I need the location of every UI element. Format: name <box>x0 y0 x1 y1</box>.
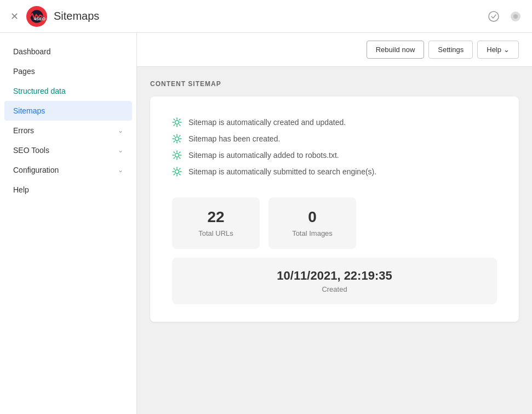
status-icon-2 <box>172 150 182 160</box>
status-text-3: Sitemap is automatically submitted to se… <box>188 167 376 176</box>
svg-line-28 <box>174 152 175 153</box>
created-label: Created <box>194 285 475 293</box>
status-item-1: Sitemap has been created. <box>172 131 497 147</box>
status-text-2: Sitemap is automatically added to robots… <box>188 151 339 160</box>
status-item-2: Sitemap is automatically added to robots… <box>172 147 497 163</box>
help-button[interactable]: Help ⌄ <box>477 41 519 59</box>
svg-line-31 <box>174 157 175 158</box>
status-list: Sitemap is automatically created and upd… <box>172 114 497 180</box>
svg-line-20 <box>179 141 180 142</box>
svg-point-5 <box>175 121 179 124</box>
svg-point-14 <box>175 137 179 141</box>
header: ✕ 4SEO Sitemaps <box>0 0 532 33</box>
svg-line-11 <box>179 124 180 126</box>
svg-line-12 <box>179 119 180 120</box>
svg-line-21 <box>179 135 180 137</box>
sidebar-item-structured-data[interactable]: Structured data <box>0 81 136 101</box>
header-icons <box>486 9 523 24</box>
logo-container: 4SEO <box>26 6 47 27</box>
svg-line-38 <box>179 174 180 175</box>
app-title: Sitemaps <box>54 10 99 22</box>
rebuild-now-button[interactable]: Rebuild now <box>367 41 425 59</box>
status-icon-1 <box>172 134 182 144</box>
errors-chevron-icon: ⌄ <box>118 127 123 134</box>
status-item-3: Sitemap is automatically submitted to se… <box>172 163 497 180</box>
sidebar-item-seo-tools[interactable]: SEO Tools ⌄ <box>0 140 136 160</box>
app-logo: 4SEO <box>26 6 47 27</box>
svg-line-37 <box>174 168 175 169</box>
status-item-0: Sitemap is automatically created and upd… <box>172 114 497 131</box>
status-icon-3 <box>172 167 182 177</box>
section-title: CONTENT SITEMAP <box>150 80 519 88</box>
svg-line-29 <box>179 157 180 158</box>
sidebar: Dashboard Pages Structured data Sitemaps… <box>0 33 137 414</box>
created-date: 10/11/2021, 22:19:35 <box>194 269 475 283</box>
help-chevron-icon: ⌄ <box>504 46 510 54</box>
body-layout: Dashboard Pages Structured data Sitemaps… <box>0 33 532 414</box>
stats-row: 22 Total URLs 0 Total Images <box>172 197 497 249</box>
close-icon[interactable]: ✕ <box>9 11 20 22</box>
stat-card-images: 0 Total Images <box>268 197 356 249</box>
sidebar-item-help[interactable]: Help <box>0 180 136 200</box>
svg-point-4 <box>513 14 518 19</box>
check-circle-icon[interactable] <box>486 9 501 24</box>
sidebar-item-configuration[interactable]: Configuration ⌄ <box>0 160 136 180</box>
svg-point-2 <box>489 12 499 21</box>
sidebar-item-pages[interactable]: Pages <box>0 61 136 81</box>
sidebar-item-errors[interactable]: Errors ⌄ <box>0 121 136 140</box>
total-images-number: 0 <box>290 208 334 226</box>
svg-text:4SEO: 4SEO <box>34 16 45 21</box>
svg-point-23 <box>175 154 179 157</box>
sitemap-card: Sitemap is automatically created and upd… <box>150 97 519 322</box>
svg-point-32 <box>175 170 179 174</box>
status-text-0: Sitemap is automatically created and upd… <box>188 118 346 127</box>
sidebar-item-sitemaps[interactable]: Sitemaps <box>4 101 132 121</box>
svg-line-19 <box>174 135 175 137</box>
sidebar-item-dashboard[interactable]: Dashboard <box>0 42 136 61</box>
seo-tools-chevron-icon: ⌄ <box>118 146 123 154</box>
settings-button[interactable]: Settings <box>428 41 473 59</box>
total-urls-label: Total URLs <box>198 229 233 237</box>
date-card: 10/11/2021, 22:19:35 Created <box>172 258 497 304</box>
status-icon-0 <box>172 117 182 127</box>
status-text-1: Sitemap has been created. <box>188 134 280 143</box>
svg-line-30 <box>179 152 180 153</box>
total-images-label: Total Images <box>292 229 333 237</box>
content-area: CONTENT SITEMAP <box>137 67 532 335</box>
toolbar: Rebuild now Settings Help ⌄ <box>137 33 532 67</box>
svg-line-40 <box>174 174 175 175</box>
notification-icon[interactable] <box>508 9 523 24</box>
svg-line-22 <box>174 141 175 142</box>
svg-line-13 <box>174 124 175 126</box>
svg-line-39 <box>179 168 180 169</box>
svg-line-10 <box>174 119 175 120</box>
configuration-chevron-icon: ⌄ <box>118 166 123 174</box>
total-urls-number: 22 <box>194 208 238 226</box>
stat-card-urls: 22 Total URLs <box>172 197 260 249</box>
main-content: Rebuild now Settings Help ⌄ CONTENT SITE… <box>137 33 532 414</box>
